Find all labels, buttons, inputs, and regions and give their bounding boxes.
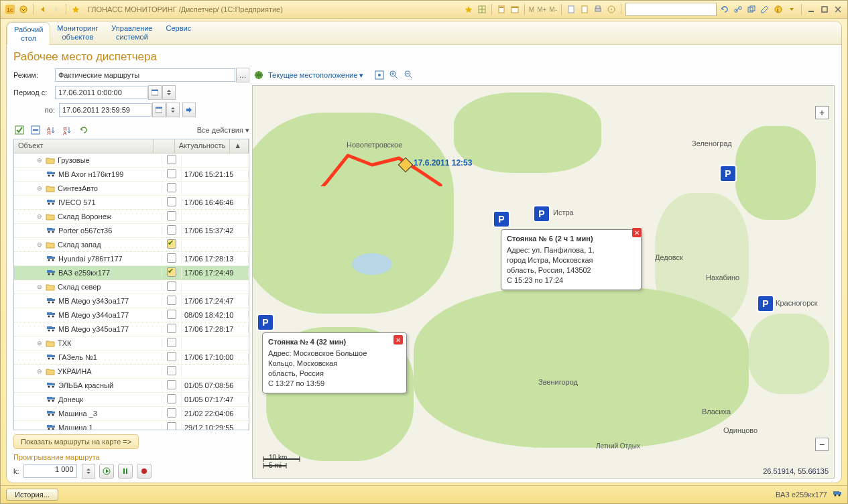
map-zoom-out-icon[interactable]: − — [815, 438, 829, 451]
info-icon[interactable]: i — [773, 4, 784, 15]
doc-icon[interactable] — [579, 4, 590, 15]
search-input[interactable] — [625, 3, 717, 16]
k-spin-icon[interactable] — [82, 464, 95, 479]
history-button[interactable]: История... — [6, 489, 58, 501]
vehicle-row[interactable]: ВАЗ е259кх17717/06 17:24:49 — [14, 266, 249, 280]
row-checkbox[interactable] — [167, 155, 176, 164]
parking-icon[interactable]: P — [493, 210, 510, 228]
refresh-grid-icon[interactable] — [78, 124, 90, 136]
row-checkbox[interactable] — [167, 338, 176, 347]
calc-icon[interactable] — [496, 4, 507, 15]
all-actions-link[interactable]: Все действия — [197, 126, 249, 135]
vehicle-row[interactable]: Машина 129/12 10:29:55 — [14, 421, 249, 430]
parking-icon[interactable]: P — [533, 205, 550, 223]
group-row[interactable]: ⊖ Грузовые — [14, 153, 249, 168]
vehicle-row[interactable]: ЭЛЬБА красный01/05 07:08:56 — [14, 379, 249, 393]
close-popup-4-icon[interactable]: ✕ — [393, 335, 403, 344]
vehicle-row[interactable]: Донецк01/05 07:17:47 — [14, 393, 249, 407]
back-icon[interactable] — [38, 4, 48, 15]
row-checkbox[interactable] — [167, 296, 176, 305]
zoom-in-icon[interactable] — [389, 70, 400, 80]
vehicle-row[interactable]: ГАЗель №117/06 17:10:00 — [14, 351, 249, 365]
expander-icon[interactable]: ⊖ — [36, 213, 43, 220]
map[interactable]: Новопетровское Зеленоград Истра Дедовск … — [252, 85, 835, 479]
period-apply-icon[interactable] — [182, 103, 196, 117]
row-checkbox[interactable] — [167, 366, 176, 375]
group-row[interactable]: ⊖ Склад Воронеж — [14, 210, 249, 224]
checkall-icon[interactable] — [13, 124, 25, 136]
maximize-icon[interactable] — [819, 4, 830, 15]
grid-icon[interactable] — [477, 4, 487, 15]
row-checkbox[interactable] — [167, 253, 176, 263]
forward-icon[interactable] — [51, 4, 62, 15]
row-checkbox[interactable] — [167, 422, 176, 430]
memory-mplus[interactable]: M+ — [537, 6, 546, 13]
row-checkbox[interactable] — [167, 394, 176, 403]
uncheckall-icon[interactable] — [29, 124, 42, 136]
k-field[interactable]: 1 000 — [23, 464, 77, 478]
row-checkbox[interactable] — [167, 225, 176, 235]
memory-mminus[interactable]: M- — [549, 6, 557, 13]
group-row[interactable]: ⊖ Склад запад — [14, 238, 249, 252]
map-zoom-in-icon[interactable]: + — [815, 106, 829, 119]
pause-icon[interactable] — [118, 464, 133, 479]
group-row[interactable]: ⊖ СинтезАвто — [14, 182, 249, 196]
link-icon[interactable] — [733, 4, 743, 15]
info-drop-icon[interactable] — [786, 4, 797, 15]
parking-icon[interactable]: P — [257, 314, 274, 331]
mode-picker-icon[interactable]: … — [236, 68, 249, 82]
row-checkbox[interactable] — [167, 183, 176, 192]
period-from-field[interactable]: 17.06.2011 0:00:00 — [55, 86, 147, 99]
favorite-icon[interactable] — [70, 4, 81, 15]
vehicle-row[interactable]: Машина _321/02 22:04:06 — [14, 407, 249, 421]
col-object[interactable]: Объект — [14, 139, 154, 153]
dropdown-icon[interactable] — [18, 4, 29, 15]
period-to-field[interactable]: 17.06.2011 23:59:59 — [59, 103, 152, 117]
row-checkbox[interactable] — [167, 408, 176, 418]
col-check-icon[interactable] — [154, 139, 174, 153]
calendar-icon[interactable] — [509, 4, 520, 15]
tab-monitoring[interactable]: Мониторингобъектов — [50, 21, 105, 44]
tab-management[interactable]: Управлениесистемой — [105, 21, 159, 44]
row-checkbox[interactable] — [167, 239, 176, 249]
vehicle-row[interactable]: Hyundai у786тт17717/06 17:28:13 — [14, 252, 249, 266]
center-icon[interactable] — [374, 70, 385, 80]
vehicle-row[interactable]: Porter о567ст3617/06 15:37:42 — [14, 224, 249, 238]
memory-m[interactable]: M — [529, 6, 534, 13]
tab-service[interactable]: Сервис — [159, 21, 198, 44]
row-checkbox[interactable] — [167, 197, 176, 206]
parking-icon[interactable]: P — [757, 295, 774, 312]
spin-to-icon[interactable] — [166, 103, 180, 117]
sort-asc-icon[interactable]: AЯ — [46, 124, 58, 136]
close-icon[interactable] — [833, 4, 843, 15]
group-row[interactable]: ⊖ ТХК — [14, 336, 249, 351]
row-checkbox[interactable] — [167, 310, 176, 319]
row-checkbox[interactable] — [167, 211, 176, 220]
row-checkbox[interactable] — [167, 169, 176, 178]
col-actual[interactable]: Актуальность — [175, 139, 231, 153]
expander-icon[interactable]: ⊖ — [36, 241, 43, 249]
windows-icon[interactable] — [746, 4, 757, 15]
group-row[interactable]: ⊖ УКРАИНА — [14, 365, 249, 379]
vehicle-row[interactable]: MB Axor н176кт19917/06 15:21:15 — [14, 168, 249, 182]
mode-field[interactable]: Фактические маршруты — [55, 68, 235, 82]
vehicle-row[interactable]: MB Atego у345оа17717/06 17:28:17 — [14, 322, 249, 336]
vehicle-marker[interactable]: 17.6.2011 12:53 — [400, 160, 411, 170]
close-popup-6-icon[interactable]: ✕ — [632, 228, 642, 237]
expander-icon[interactable]: ⊖ — [36, 284, 43, 291]
row-checkbox[interactable] — [167, 281, 176, 291]
refresh-icon[interactable] — [719, 4, 730, 15]
vehicle-row[interactable]: IVECO 57117/06 16:46:46 — [14, 196, 249, 210]
row-checkbox[interactable] — [167, 267, 176, 277]
vehicle-row[interactable]: MB Atego у344оа17708/09 18:42:10 — [14, 308, 249, 322]
record-icon[interactable] — [137, 464, 152, 479]
current-position-link[interactable]: Текущее местоположение ▾ — [268, 71, 363, 80]
calendar-from-icon[interactable] — [148, 85, 162, 100]
parking-icon[interactable]: P — [719, 165, 737, 182]
expander-icon[interactable]: ⊖ — [36, 157, 43, 164]
tab-desktop[interactable]: Рабочийстол — [7, 22, 50, 45]
globe-icon[interactable] — [253, 70, 264, 80]
row-checkbox[interactable] — [167, 380, 176, 389]
row-checkbox[interactable] — [167, 324, 176, 333]
expander-icon[interactable]: ⊖ — [36, 340, 43, 347]
